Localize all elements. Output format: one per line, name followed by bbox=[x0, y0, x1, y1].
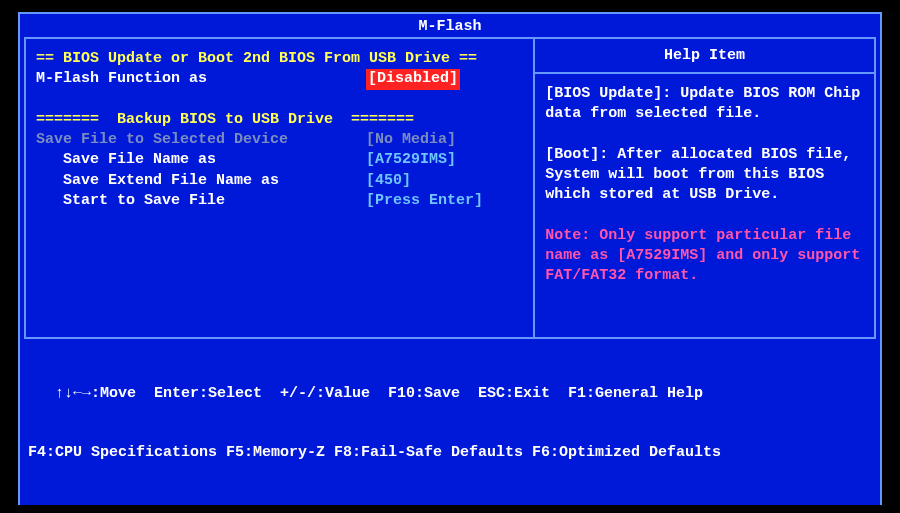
save-ext-value[interactable]: [450] bbox=[366, 171, 411, 191]
save-device-label: Save File to Selected Device bbox=[36, 130, 366, 150]
start-save-value[interactable]: [Press Enter] bbox=[366, 191, 483, 211]
start-save-label: Start to Save File bbox=[36, 191, 366, 211]
save-ext-row[interactable]: Save Extend File Name as [450] bbox=[36, 171, 527, 191]
spacer bbox=[36, 90, 527, 110]
mflash-function-row[interactable]: M-Flash Function as [Disabled] bbox=[36, 69, 527, 89]
settings-panel: == BIOS Update or Boot 2nd BIOS From USB… bbox=[24, 39, 535, 337]
section-backup-header: ======= Backup BIOS to USB Drive ======= bbox=[36, 110, 527, 130]
save-ext-label: Save Extend File Name as bbox=[36, 171, 366, 191]
save-filename-value[interactable]: [A7529IMS] bbox=[366, 150, 456, 170]
section-backup-text: ======= Backup BIOS to USB Drive ======= bbox=[36, 110, 414, 130]
save-filename-row[interactable]: Save File Name as [A7529IMS] bbox=[36, 150, 527, 170]
mflash-function-label: M-Flash Function as bbox=[36, 69, 366, 89]
bios-screen: M-Flash == BIOS Update or Boot 2nd BIOS … bbox=[18, 12, 882, 505]
help-body: [BIOS Update]: Update BIOS ROM Chip data… bbox=[535, 74, 874, 297]
key-legend: ↑↓←→:Move Enter:Select +/-/:Value F10:Sa… bbox=[20, 339, 880, 505]
help-paragraph-2: [Boot]: After allocated BIOS file, Syste… bbox=[545, 145, 864, 206]
help-paragraph-1: [BIOS Update]: Update BIOS ROM Chip data… bbox=[545, 84, 864, 125]
section-update-header: == BIOS Update or Boot 2nd BIOS From USB… bbox=[36, 49, 527, 69]
key-legend-line1: ↑↓←→:Move Enter:Select +/-/:Value F10:Sa… bbox=[28, 384, 872, 404]
start-save-row[interactable]: Start to Save File [Press Enter] bbox=[36, 191, 527, 211]
help-panel: Help Item [BIOS Update]: Update BIOS ROM… bbox=[535, 39, 876, 337]
section-update-text: == BIOS Update or Boot 2nd BIOS From USB… bbox=[36, 49, 477, 69]
mflash-function-value[interactable]: [Disabled] bbox=[366, 69, 460, 89]
page-title: M-Flash bbox=[20, 14, 880, 37]
save-filename-label: Save File Name as bbox=[36, 150, 366, 170]
save-device-row[interactable]: Save File to Selected Device [No Media] bbox=[36, 130, 527, 150]
help-note: Note: Only support particular file name … bbox=[545, 226, 864, 287]
help-title: Help Item bbox=[535, 39, 874, 74]
save-device-value: [No Media] bbox=[366, 130, 456, 150]
main-area: == BIOS Update or Boot 2nd BIOS From USB… bbox=[24, 37, 876, 339]
key-legend-line2: F4:CPU Specifications F5:Memory-Z F8:Fai… bbox=[28, 443, 872, 463]
